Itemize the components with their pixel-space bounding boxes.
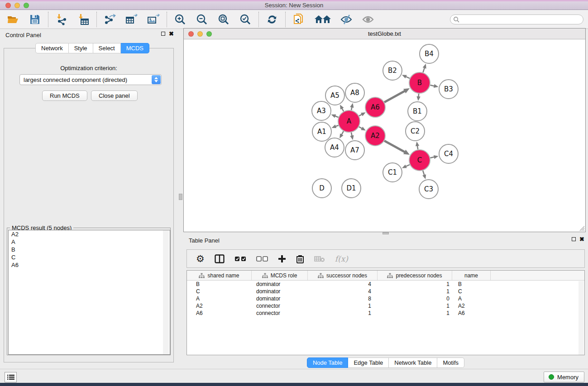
- home-networks-icon[interactable]: [314, 13, 332, 26]
- table-row[interactable]: A2connector11A2: [187, 302, 584, 310]
- table-cell[interactable]: 8: [308, 295, 378, 302]
- delete-column-trash-icon[interactable]: [296, 254, 304, 263]
- export-network-icon[interactable]: [103, 13, 117, 26]
- select-all-checkboxes-icon[interactable]: [234, 256, 246, 262]
- table-cell[interactable]: 4: [308, 288, 378, 295]
- table-cell[interactable]: A2: [452, 303, 491, 309]
- tab-edge-table[interactable]: Edge Table: [348, 357, 389, 368]
- table-cell[interactable]: A: [452, 295, 491, 302]
- edge-C-C3[interactable]: [423, 171, 424, 176]
- table-cell[interactable]: 0: [378, 295, 452, 302]
- hide-eye-icon[interactable]: [340, 13, 354, 26]
- show-columns-icon[interactable]: [215, 254, 225, 263]
- graph-node-B3[interactable]: B3: [439, 80, 458, 99]
- edge-C-C2[interactable]: [417, 146, 418, 150]
- tab-node-table[interactable]: Node Table: [307, 357, 349, 368]
- close-panel-icon[interactable]: ✖: [169, 31, 174, 36]
- edge-A-A6[interactable]: [359, 114, 362, 116]
- edge-B-B3[interactable]: [430, 85, 434, 86]
- task-history-list-button[interactable]: [5, 372, 17, 382]
- graph-node-A4[interactable]: A4: [325, 138, 344, 157]
- graph-node-D1[interactable]: D1: [342, 179, 361, 198]
- edge-A6-B[interactable]: [384, 91, 405, 102]
- run-mcds-button[interactable]: Run MCDS: [42, 91, 87, 101]
- zoom-fit-icon[interactable]: [217, 13, 230, 26]
- save-session-icon[interactable]: [28, 13, 42, 26]
- column-header-shared-name[interactable]: shared name: [187, 271, 252, 280]
- show-eye-icon[interactable]: [362, 13, 375, 26]
- table-cell[interactable]: B: [452, 281, 491, 287]
- table-row[interactable]: Bdominator41B: [187, 281, 584, 288]
- table-cell[interactable]: 1: [378, 303, 452, 309]
- edge-A-A1[interactable]: [335, 125, 339, 127]
- table-cell[interactable]: 1: [378, 281, 452, 287]
- tab-network[interactable]: Network: [35, 43, 69, 53]
- table-scrollbar[interactable]: [578, 281, 584, 355]
- table-cell[interactable]: A6: [452, 310, 491, 316]
- float-panel-icon[interactable]: [161, 32, 165, 36]
- result-list-scrollbar[interactable]: [163, 230, 169, 354]
- edge-B-B4[interactable]: [423, 67, 425, 72]
- close-panel-button[interactable]: Close panel: [91, 91, 138, 101]
- graph-node-B[interactable]: B: [409, 72, 430, 93]
- table-cell[interactable]: 1: [308, 310, 378, 316]
- table-cell[interactable]: connector: [252, 310, 308, 316]
- add-column-icon[interactable]: [278, 255, 286, 263]
- search-input[interactable]: [450, 14, 583, 24]
- zoom-in-icon[interactable]: [173, 13, 187, 26]
- tab-style[interactable]: Style: [69, 43, 93, 53]
- table-cell[interactable]: B: [187, 281, 252, 287]
- graph-node-A1[interactable]: A1: [312, 122, 331, 141]
- duplicate-network-icon[interactable]: [292, 13, 306, 26]
- zoom-out-icon[interactable]: [195, 13, 209, 26]
- memory-button[interactable]: Memory: [544, 372, 584, 382]
- graph-node-A5[interactable]: A5: [325, 86, 344, 105]
- table-settings-gear-icon[interactable]: ⚙: [196, 254, 205, 263]
- table-cell[interactable]: 1: [308, 303, 378, 309]
- open-session-icon[interactable]: [6, 13, 20, 26]
- resize-grip-icon[interactable]: [578, 225, 585, 231]
- table-row[interactable]: Cdominator41C: [187, 288, 584, 295]
- graph-node-C[interactable]: C: [409, 150, 430, 171]
- tab-network-table[interactable]: Network Table: [389, 357, 437, 368]
- table-cell[interactable]: dominator: [252, 295, 308, 302]
- edge-A-A4[interactable]: [341, 131, 343, 135]
- graph-node-A3[interactable]: A3: [312, 101, 331, 120]
- graph-node-A2[interactable]: A2: [365, 126, 385, 146]
- table-cell[interactable]: dominator: [252, 281, 308, 287]
- edge-A-A7[interactable]: [351, 132, 352, 136]
- network-canvas[interactable]: B4B2BB3A5A8A3A6B1AA1C2A2A4A7C4CC1DC3D1: [184, 39, 585, 232]
- edge-A-A5[interactable]: [342, 108, 344, 111]
- table-cell[interactable]: 4: [308, 281, 378, 287]
- table-cell[interactable]: C: [187, 288, 252, 295]
- table-cell[interactable]: A2: [187, 303, 252, 309]
- graph-node-C1[interactable]: C1: [383, 163, 402, 182]
- deselect-all-checkboxes-icon[interactable]: [256, 256, 268, 262]
- close-table-panel-icon[interactable]: ✖: [579, 237, 584, 242]
- table-cell[interactable]: C: [452, 288, 491, 295]
- graph-node-B4[interactable]: B4: [420, 44, 439, 63]
- result-list-item[interactable]: C: [9, 253, 170, 261]
- edge-A-A8[interactable]: [351, 107, 352, 110]
- result-list-item[interactable]: A6: [9, 261, 170, 269]
- graph-node-B2[interactable]: B2: [383, 61, 402, 80]
- tab-motifs[interactable]: Motifs: [437, 357, 464, 368]
- column-header-MCDS-role[interactable]: MCDS role: [252, 271, 308, 280]
- graph-node-D[interactable]: D: [312, 179, 331, 198]
- mcds-result-list[interactable]: A2ABCA6: [8, 230, 170, 355]
- result-list-item[interactable]: A2: [9, 230, 170, 238]
- edge-B-B2[interactable]: [406, 76, 410, 78]
- vertical-splitter-handle[interactable]: [179, 194, 182, 200]
- edge-A2-C[interactable]: [384, 141, 405, 152]
- graph-node-A6[interactable]: A6: [365, 97, 385, 117]
- network-window-titlebar[interactable]: testGlobe.txt: [184, 29, 585, 39]
- criterion-select[interactable]: largest connected component (directed): [19, 74, 162, 85]
- export-image-icon[interactable]: [147, 13, 160, 26]
- column-header-successor-nodes[interactable]: successor nodes: [308, 271, 378, 280]
- edge-B-B1[interactable]: [419, 94, 419, 97]
- table-cell[interactable]: connector: [252, 303, 308, 309]
- table-cell[interactable]: 1: [378, 310, 452, 316]
- float-table-panel-icon[interactable]: [572, 237, 576, 241]
- edge-A-A2[interactable]: [359, 127, 362, 129]
- graph-node-B1[interactable]: B1: [408, 102, 427, 121]
